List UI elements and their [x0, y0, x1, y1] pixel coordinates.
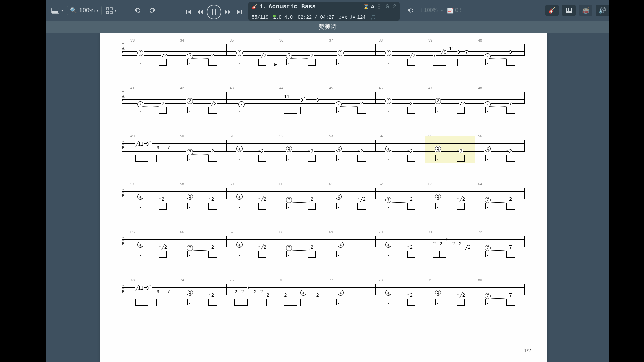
zoom-control[interactable]: 🔍100%▾ [67, 6, 102, 15]
tab-note[interactable]: 2 [310, 197, 314, 201]
countin-icon[interactable]: ⌛ [363, 4, 369, 10]
tab-note[interactable]: 2 [337, 242, 344, 248]
tab-note[interactable]: 9 [509, 50, 512, 54]
tab-note[interactable]: ╱2 [261, 245, 267, 249]
tab-note[interactable]: ╱11 [135, 142, 144, 146]
tab-note[interactable]: ╱9 [441, 50, 447, 54]
tab-note[interactable]: ╱2 [161, 53, 167, 57]
tab-note[interactable]: 7 [238, 101, 245, 107]
tab-note[interactable]: 2 [300, 290, 307, 296]
tab-note[interactable]: 2 [310, 53, 314, 57]
tab-note[interactable]: ╱2 [211, 101, 217, 105]
tab-note[interactable]: 2 [211, 149, 214, 153]
tab-note[interactable]: 9 [316, 98, 319, 102]
tab-note[interactable]: 11 [449, 46, 455, 50]
tab-note[interactable]: 2 [316, 293, 319, 297]
tab-note[interactable]: 7 [465, 50, 468, 54]
measure-number: 60 [279, 182, 283, 186]
drums-button[interactable]: 🥁 [579, 5, 592, 16]
song-title-bar: 赞美诗 [46, 21, 609, 33]
tab-note[interactable]: ╱2 [261, 53, 267, 57]
tab-note[interactable]: 7 [167, 290, 170, 294]
metronome-icon[interactable]: ∆ [371, 4, 374, 10]
speed-control[interactable]: ♩100%▾ [420, 7, 443, 14]
tab-note[interactable]: 7 [509, 101, 512, 105]
tab-note[interactable]: 2 [439, 242, 443, 246]
tab-note[interactable]: 2 [161, 101, 165, 105]
tab-note[interactable]: 2 [310, 149, 314, 153]
tab-note[interactable]: ╱2 [459, 293, 465, 297]
more-icon[interactable]: ⋮ [376, 3, 382, 10]
pause-button[interactable] [207, 5, 221, 19]
transpose-control[interactable]: 📈0+− [447, 7, 462, 14]
tab-note[interactable]: 7 [433, 53, 436, 57]
tab-note[interactable]: 9⌃ [146, 142, 152, 147]
tab-note[interactable]: 2 [433, 242, 436, 246]
skip-start-button[interactable] [184, 7, 194, 17]
tab-note[interactable]: ╱2 [459, 101, 465, 105]
tab-note[interactable]: 2 [254, 290, 257, 294]
keyboard-button[interactable] [562, 5, 576, 16]
tab-note[interactable]: 2 [410, 197, 413, 201]
tab-note[interactable]: 2 [360, 149, 363, 153]
tab-note[interactable]: 2 [284, 293, 287, 297]
time-current: 02:22 [298, 15, 312, 20]
tab-note[interactable]: 2 [211, 245, 214, 249]
tab-note[interactable]: 9 [156, 146, 160, 150]
measure-number: 54 [379, 134, 383, 138]
tab-note[interactable]: 2 [161, 197, 165, 201]
tab-note[interactable]: 2 [410, 101, 413, 105]
tab-note[interactable]: 2 [459, 149, 463, 153]
audio-button[interactable]: 🔊 [596, 5, 609, 16]
tab-note[interactable]: ╱2 [465, 245, 471, 249]
tab-note[interactable]: ╱2 [360, 197, 366, 201]
redo-button[interactable] [147, 6, 157, 16]
grid-button[interactable]: ▾ [106, 6, 116, 16]
tab-note[interactable]: 2 [260, 290, 263, 294]
skip-end-button[interactable] [234, 7, 244, 17]
tab-note[interactable]: 2 [410, 245, 413, 249]
tab-note[interactable]: 9 [156, 290, 160, 294]
tab-note[interactable]: 2 [211, 293, 214, 297]
tab-note[interactable]: 2 [410, 149, 413, 153]
tab-note[interactable]: 7 [509, 293, 512, 297]
tab-note[interactable]: 2 [337, 50, 344, 56]
loop-button[interactable] [406, 5, 416, 15]
tab-note[interactable]: 2 [360, 101, 363, 105]
transport-controls [184, 5, 244, 19]
layout-button[interactable]: ▾ [52, 6, 62, 16]
rewind-button[interactable] [195, 7, 205, 17]
tab-note[interactable]: 11 [284, 94, 290, 98]
tab-note[interactable]: ╱2 [410, 53, 416, 57]
measure-number: 61 [329, 182, 333, 186]
tab-note[interactable]: 7 [167, 146, 170, 150]
fretboard-button[interactable]: 🎸 [545, 5, 559, 16]
tab-note[interactable]: 2 [337, 290, 344, 296]
tab-note[interactable]: 2 [509, 149, 512, 153]
tab-note[interactable]: ╱2 [459, 197, 465, 201]
tab-note[interactable]: ╱2 [161, 245, 167, 249]
measure-number: 33 [130, 38, 135, 42]
tab-note[interactable]: 2 [452, 242, 455, 246]
tab-note[interactable]: 9⌃ [300, 98, 306, 103]
tab-note[interactable]: 2 [211, 53, 214, 57]
tab-note[interactable]: 2 [241, 290, 244, 294]
tab-note[interactable]: 2 [211, 197, 214, 201]
tab-note[interactable]: 2 [459, 242, 462, 246]
tab-note[interactable]: 2 [234, 290, 238, 294]
tab-note[interactable]: ╱11 [135, 286, 144, 290]
tab-note[interactable]: 2 [266, 293, 270, 297]
sheet-area[interactable]: ➤ 1/2 TAB332╱23472352╱23672372382╱2397╱9… [46, 33, 609, 362]
forward-button[interactable] [223, 7, 233, 17]
tab-note[interactable]: 9 [457, 50, 460, 54]
tab-note[interactable]: ╱2 [261, 197, 267, 201]
tab-note[interactable]: 7 [509, 245, 512, 249]
tuning-fork-icon[interactable]: 🎵 [370, 14, 376, 20]
tab-note[interactable]: 2 [310, 245, 314, 249]
tab-note[interactable]: 9⌃ [146, 286, 152, 291]
svg-rect-11 [567, 8, 568, 11]
tab-note[interactable]: 2 [261, 149, 264, 153]
tab-note[interactable]: 2 [509, 197, 512, 201]
tab-note[interactable]: 2 [410, 293, 413, 297]
undo-button[interactable] [132, 6, 143, 16]
